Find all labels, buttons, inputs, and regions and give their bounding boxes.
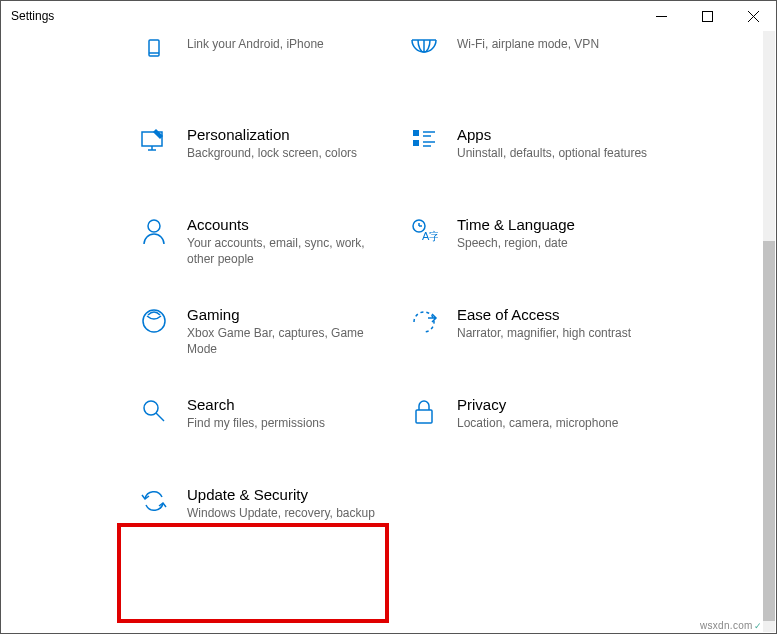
tile-search[interactable]: Search Find my files, permissions [139,396,389,456]
tile-title: Gaming [187,306,379,323]
tile-title: Search [187,396,325,413]
window-controls [638,1,776,31]
apps-icon [409,128,439,158]
tile-title: Time & Language [457,216,575,233]
update-security-icon [139,488,169,518]
tile-title: Personalization [187,126,357,143]
tile-apps[interactable]: Apps Uninstall, defaults, optional featu… [409,126,659,186]
svg-rect-13 [413,140,419,146]
close-icon [748,11,759,22]
tile-desc: Wi-Fi, airplane mode, VPN [457,36,599,52]
tile-title: Apps [457,126,647,143]
tile-title: Privacy [457,396,618,413]
svg-point-22 [143,310,165,332]
maximize-button[interactable] [684,1,730,31]
personalization-icon [139,128,169,158]
tile-ease-of-access[interactable]: Ease of Access Narrator, magnifier, high… [409,306,659,366]
tile-desc: Your accounts, email, sync, work, other … [187,235,379,267]
watermark: wsxdn.com [700,620,762,631]
tile-desc: Xbox Game Bar, captures, Game Mode [187,325,379,357]
svg-rect-11 [413,130,419,136]
tile-desc: Speech, region, date [457,235,575,251]
globe-icon [409,38,439,68]
svg-line-24 [156,413,164,421]
tile-phone[interactable]: Link your Android, iPhone [139,36,389,96]
tile-desc: Narrator, magnifier, high contrast [457,325,631,341]
search-icon [139,398,169,428]
tile-personalization[interactable]: Personalization Background, lock screen,… [139,126,389,186]
ease-of-access-icon [409,308,439,338]
tile-desc: Location, camera, microphone [457,415,618,431]
tile-title: Update & Security [187,486,375,503]
tile-desc: Find my files, permissions [187,415,325,431]
svg-rect-25 [416,410,432,423]
titlebar: Settings [1,1,776,31]
svg-point-17 [148,220,160,232]
svg-point-23 [144,401,158,415]
close-button[interactable] [730,1,776,31]
tile-desc: Uninstall, defaults, optional features [457,145,647,161]
tile-desc: Windows Update, recovery, backup [187,505,375,521]
privacy-icon [409,398,439,428]
tile-update-security[interactable]: Update & Security Windows Update, recove… [139,486,389,546]
settings-content: Link your Android, iPhone Wi-Fi, airplan… [1,31,764,633]
tile-accounts[interactable]: Accounts Your accounts, email, sync, wor… [139,216,389,276]
tile-privacy[interactable]: Privacy Location, camera, microphone [409,396,659,456]
tile-desc: Link your Android, iPhone [187,36,324,52]
tile-network[interactable]: Wi-Fi, airplane mode, VPN [409,36,659,96]
minimize-icon [656,11,667,22]
tile-desc: Background, lock screen, colors [187,145,357,161]
gaming-icon [139,308,169,338]
svg-text:A字: A字 [422,230,438,242]
vertical-scrollbar[interactable] [763,31,775,632]
tile-title: Accounts [187,216,379,233]
maximize-icon [702,11,713,22]
svg-rect-1 [702,11,712,21]
settings-grid: Link your Android, iPhone Wi-Fi, airplan… [1,31,764,546]
minimize-button[interactable] [638,1,684,31]
window-title: Settings [11,9,54,23]
scrollbar-thumb[interactable] [763,241,775,621]
tile-title: Ease of Access [457,306,631,323]
tile-gaming[interactable]: Gaming Xbox Game Bar, captures, Game Mod… [139,306,389,366]
phone-icon [139,38,169,68]
settings-window: Settings Link your Android, iPhone [0,0,777,634]
accounts-icon [139,218,169,248]
tile-time-language[interactable]: A字 Time & Language Speech, region, date [409,216,659,276]
time-language-icon: A字 [409,218,439,248]
